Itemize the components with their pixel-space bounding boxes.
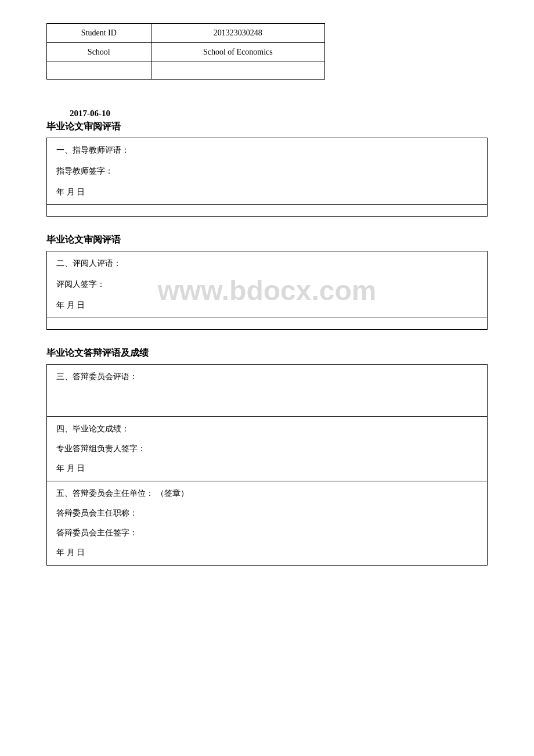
section-1-line3: 年 月 日 [56, 187, 478, 197]
section-3-part2-line3: 年 月 日 [56, 463, 478, 474]
section-3-part3-line3: 答辩委员会主任签字： [56, 528, 478, 538]
section-2-title: 毕业论文审阅评语 [46, 234, 488, 246]
section-3-part2-line2: 专业答辩组负责人签字： [56, 444, 478, 454]
page-content: Student ID 201323030248 School School of… [46, 23, 488, 566]
school-value: School of Economics [151, 43, 324, 62]
section-3-part1-line1: 三、答辩委员会评语： [56, 372, 478, 382]
section-1-box-footer [47, 204, 487, 216]
student-id-label: Student ID [47, 24, 151, 43]
section-3-part2: 四、毕业论文成绩： 专业答辩组负责人签字： 年 月 日 [47, 417, 487, 481]
section-3-box: 三、答辩委员会评语： 四、毕业论文成绩： 专业答辩组负责人签字： 年 月 日 五… [46, 364, 488, 566]
section-1: 2017-06-10 毕业论文审阅评语 一、指导教师评语： 指导教师签字： 年 … [46, 109, 488, 217]
section-3-part3-line2: 答辩委员会主任职称： [56, 508, 478, 519]
section-2-box-footer [47, 318, 487, 329]
school-label: School [47, 43, 151, 62]
section-1-line1: 一、指导教师评语： [56, 145, 478, 156]
section-3-part3: 五、答辩委员会主任单位： （签章） 答辩委员会主任职称： 答辩委员会主任签字： … [47, 481, 487, 565]
section-2-line3: 年 月 日 [56, 300, 478, 311]
section-3: 毕业论文答辩评语及成绩 三、答辩委员会评语： 四、毕业论文成绩： 专业答辩组负责… [46, 347, 488, 566]
table-row-school: School School of Economics [47, 43, 325, 62]
section-3-part2-line1: 四、毕业论文成绩： [56, 424, 478, 434]
empty-cell-1 [47, 62, 151, 80]
section-2-line2: 评阅人签字： [56, 279, 478, 290]
empty-cell-2 [151, 62, 324, 80]
section-1-line2: 指导教师签字： [56, 166, 478, 177]
section-1-title: 毕业论文审阅评语 [46, 121, 488, 133]
section-1-box-inner: 一、指导教师评语： 指导教师签字： 年 月 日 [47, 138, 487, 204]
section-2-line1: 二、评阅人评语： [56, 258, 478, 269]
section-1-date: 2017-06-10 [70, 109, 488, 118]
info-table: Student ID 201323030248 School School of… [46, 23, 325, 80]
section-1-box: 一、指导教师评语： 指导教师签字： 年 月 日 [46, 138, 488, 217]
student-id-value: 201323030248 [151, 24, 324, 43]
section-2: 毕业论文审阅评语 二、评阅人评语： 评阅人签字： 年 月 日 www.bdocx… [46, 234, 488, 330]
section-3-part3-line4: 年 月 日 [56, 548, 478, 558]
section-3-title: 毕业论文答辩评语及成绩 [46, 347, 488, 359]
section-3-part1: 三、答辩委员会评语： [47, 365, 487, 417]
table-row-empty [47, 62, 325, 80]
section-2-box: 二、评阅人评语： 评阅人签字： 年 月 日 www.bdocx.com [46, 251, 488, 330]
table-row-student-id: Student ID 201323030248 [47, 24, 325, 43]
section-2-box-inner: 二、评阅人评语： 评阅人签字： 年 月 日 [47, 251, 487, 318]
section-3-part3-line1: 五、答辩委员会主任单位： （签章） [56, 488, 478, 499]
